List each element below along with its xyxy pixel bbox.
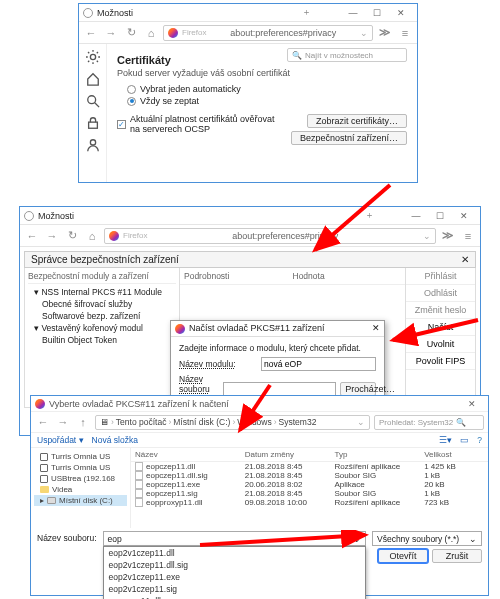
- chevron-down-icon[interactable]: ⌄: [353, 534, 361, 544]
- search-icon[interactable]: [86, 94, 100, 108]
- action-logout[interactable]: Odhlásit: [406, 285, 475, 302]
- nav-pane[interactable]: Turris Omnia US Turris Omnia US USBtrea …: [31, 448, 131, 528]
- file-row[interactable]: eopproxyp11.dll09.08.2018 10:00Rozšíření…: [131, 498, 488, 507]
- tree-item[interactable]: ▾ NSS Internal PKCS #11 Module: [28, 286, 176, 298]
- cancel-button[interactable]: Zrušit: [432, 549, 482, 563]
- maximize-button[interactable]: ☐: [428, 208, 452, 224]
- tab-new[interactable]: ＋: [365, 209, 374, 222]
- action-change-password[interactable]: Změnit heslo: [406, 302, 475, 319]
- file-row[interactable]: eopczep11.exe20.06.2018 8:02Aplikace20 k…: [131, 480, 488, 489]
- tree-item[interactable]: Builtin Object Token: [28, 334, 176, 346]
- file-row[interactable]: eopczep11.sig21.08.2018 8:45Soubor SIG1 …: [131, 489, 488, 498]
- tab-title[interactable]: Možnosti: [38, 211, 74, 221]
- home-icon[interactable]: [86, 72, 100, 86]
- module-name-input[interactable]: [261, 357, 376, 371]
- gear-icon[interactable]: [86, 50, 100, 64]
- nav-item[interactable]: USBtrea (192.168: [34, 473, 127, 484]
- url-box[interactable]: Firefox about:preferences#privacy ⌄: [163, 25, 373, 41]
- dropdown-item[interactable]: eop2v1czep11.dll: [104, 547, 365, 559]
- col-type[interactable]: Typ: [334, 450, 424, 459]
- nav-item[interactable]: Turris Omnia US: [34, 462, 127, 473]
- open-button[interactable]: Otevřít: [378, 549, 428, 563]
- filename-label: Název souboru:: [37, 531, 97, 543]
- close-button[interactable]: ✕: [452, 208, 476, 224]
- dropdown-item[interactable]: eop2v1czep11.sig: [104, 583, 365, 595]
- radio-ask[interactable]: Vždy se zeptat: [127, 96, 407, 106]
- forward-icon[interactable]: →: [103, 25, 119, 41]
- dropdown-icon[interactable]: ⌄: [423, 231, 431, 241]
- action-fips[interactable]: Povolit FIPS: [406, 353, 475, 370]
- action-login[interactable]: Přihlásit: [406, 268, 475, 285]
- action-load[interactable]: Načíst: [406, 319, 475, 336]
- home-icon[interactable]: ⌂: [84, 228, 100, 244]
- tab-new[interactable]: ＋: [302, 6, 311, 19]
- titlebar: Možnosti ＋ — ☐ ✕: [20, 207, 480, 225]
- show-certificates-button[interactable]: Zobrazit certifikáty…: [307, 114, 407, 128]
- forward-icon[interactable]: →: [55, 414, 71, 430]
- nav-item[interactable]: ▸ Místní disk (C:): [34, 495, 127, 506]
- module-file-input[interactable]: [223, 382, 336, 396]
- library-icon[interactable]: ≫: [440, 228, 456, 244]
- back-icon[interactable]: ←: [35, 414, 51, 430]
- tree-item[interactable]: ▾ Vestavěný kořenový modul: [28, 322, 176, 334]
- home-icon[interactable]: ⌂: [143, 25, 159, 41]
- help-icon[interactable]: ?: [477, 435, 482, 445]
- menu-icon[interactable]: ≡: [397, 25, 413, 41]
- security-devices-button[interactable]: Bezpečnostní zařízení…: [291, 131, 407, 145]
- checkbox-ocsp[interactable]: ✓Aktuální platnost certifikátů ověřovat …: [117, 114, 283, 134]
- section-subtext: Pokud server vyžaduje váš osobní certifi…: [117, 68, 407, 78]
- forward-icon[interactable]: →: [44, 228, 60, 244]
- reload-icon[interactable]: ↻: [123, 25, 139, 41]
- dropdown-item[interactable]: eopczep11.dll: [104, 595, 365, 599]
- organize-menu[interactable]: Uspořádat ▾: [37, 435, 84, 445]
- close-icon[interactable]: ✕: [461, 254, 469, 265]
- reload-icon[interactable]: ↻: [64, 228, 80, 244]
- url-prefix: Firefox: [123, 231, 147, 240]
- col-date[interactable]: Datum změny: [245, 450, 335, 459]
- details-pane-icon[interactable]: ▭: [460, 435, 469, 445]
- dropdown-item[interactable]: eop2v1czep11.dll.sig: [104, 559, 365, 571]
- view-icon[interactable]: ☰▾: [439, 435, 452, 445]
- radio-auto[interactable]: Vybrat jeden automaticky: [127, 84, 407, 94]
- chevron-down-icon[interactable]: ⌄: [469, 534, 477, 544]
- tab-title[interactable]: Možnosti: [97, 8, 133, 18]
- tree-item[interactable]: Softwarové bezp. zařízení: [28, 310, 176, 322]
- lock-icon[interactable]: [86, 116, 100, 130]
- col-name[interactable]: Název: [135, 450, 245, 459]
- col-size[interactable]: Velikost: [424, 450, 484, 459]
- library-icon[interactable]: ≫: [377, 25, 393, 41]
- url-text: about:preferences#privacy: [151, 231, 419, 241]
- dropdown-icon[interactable]: ⌄: [360, 28, 368, 38]
- close-icon[interactable]: ✕: [372, 323, 380, 333]
- close-button[interactable]: ✕: [389, 5, 413, 21]
- minimize-button[interactable]: —: [341, 5, 365, 21]
- file-list[interactable]: Název Datum změny Typ Velikost eopczep11…: [131, 448, 488, 528]
- search-preferences[interactable]: 🔍 Najít v možnostech: [287, 48, 407, 62]
- maximize-button[interactable]: ☐: [365, 5, 389, 21]
- back-icon[interactable]: ←: [24, 228, 40, 244]
- filename-dropdown[interactable]: eop2v1czep11.dlleop2v1czep11.dll.sigeop2…: [103, 546, 366, 599]
- file-row[interactable]: eopczep11.dll.sig21.08.2018 8:45Soubor S…: [131, 471, 488, 480]
- search-box[interactable]: Prohledat: System32 🔍: [374, 415, 484, 430]
- nav-item[interactable]: Videa: [34, 484, 127, 495]
- back-icon[interactable]: ←: [83, 25, 99, 41]
- nav-item[interactable]: Turris Omnia US: [34, 451, 127, 462]
- breadcrumb[interactable]: 🖥› Tento počítač› Místní disk (C:)› Wind…: [95, 415, 370, 430]
- filename-combo[interactable]: eop ⌄ eop2v1czep11.dlleop2v1czep11.dll.s…: [103, 531, 366, 546]
- tree-header: Bezpečnostní moduly a zařízení: [28, 271, 176, 284]
- action-unload[interactable]: Uvolnit: [406, 336, 475, 353]
- menu-icon[interactable]: ≡: [460, 228, 476, 244]
- tree-item[interactable]: Obecné šifrovací služby: [28, 298, 176, 310]
- filter-combo[interactable]: Všechny soubory (*.*) ⌄: [372, 531, 482, 546]
- module-tree[interactable]: Bezpečnostní moduly a zařízení ▾ NSS Int…: [25, 268, 180, 407]
- account-icon[interactable]: [86, 138, 100, 152]
- browse-button[interactable]: Procházet…: [340, 382, 376, 396]
- up-icon[interactable]: ↑: [75, 414, 91, 430]
- dropdown-item[interactable]: eop2v1czep11.exe: [104, 571, 365, 583]
- url-box[interactable]: Firefox about:preferences#privacy ⌄: [104, 228, 436, 244]
- new-folder-button[interactable]: Nová složka: [92, 435, 138, 445]
- minimize-button[interactable]: —: [404, 208, 428, 224]
- file-row[interactable]: eopczep11.dll21.08.2018 8:45Rozšíření ap…: [131, 462, 488, 471]
- device-manager-title: Správce bezpečnostních zařízení: [31, 254, 179, 265]
- close-button[interactable]: ✕: [460, 396, 484, 412]
